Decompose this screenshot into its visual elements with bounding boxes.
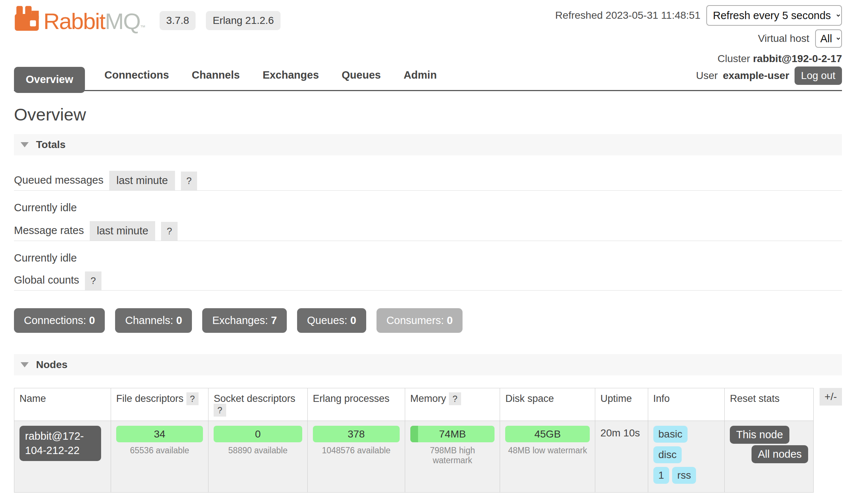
queued-messages-label: Queued messages (14, 174, 103, 190)
info-cell: basicdisc 1rss (648, 421, 725, 493)
global-counts-help-icon[interactable]: ? (85, 271, 101, 290)
col-uptime: Uptime (595, 388, 648, 421)
channels-count-button[interactable]: Channels: 0 (115, 308, 192, 333)
brand-mq: MQ (105, 8, 140, 34)
column-toggle-button[interactable]: +/- (820, 388, 842, 406)
global-counts-stats: Connections: 0 Channels: 0 Exchanges: 7 … (14, 308, 842, 333)
exchanges-count-button[interactable]: Exchanges: 7 (202, 308, 287, 333)
reset-stats-cell: This node All nodes (725, 421, 813, 493)
version-badge: 3.7.8 (160, 11, 196, 30)
collapse-triangle-icon (21, 362, 29, 367)
nodes-table-header-row: Name File descriptors ? Socket descripto… (14, 388, 814, 421)
tab-connections[interactable]: Connections (93, 69, 181, 90)
tab-exchanges[interactable]: Exchanges (251, 69, 330, 90)
erlang-processes-bar: 378 (313, 426, 400, 442)
collapse-triangle-icon (21, 142, 29, 147)
rabbitmq-management-page: RabbitMQ™ 3.7.8 Erlang 21.2.6 Refreshed … (0, 0, 853, 504)
erlang-version-badge: Erlang 21.2.6 (206, 11, 281, 30)
consumers-count-label: Consumers: (386, 314, 444, 326)
node-name-cell: rabbit@172-104-212-22 (14, 421, 111, 493)
exchanges-count-label: Exchanges: (212, 314, 268, 326)
nodes-table-wrap: Name File descriptors ? Socket descripto… (14, 388, 842, 493)
channels-count-label: Channels: (125, 314, 173, 326)
logout-button[interactable]: Log out (795, 66, 842, 85)
totals-section-header[interactable]: Totals (14, 134, 842, 155)
tab-admin[interactable]: Admin (392, 69, 448, 90)
node-row: rabbit@172-104-212-22 34 65536 available… (14, 421, 814, 493)
totals-section-title: Totals (36, 139, 65, 151)
global-counts-label: Global counts (14, 274, 79, 290)
cluster-label: Cluster (717, 53, 750, 64)
brand-rabbit: Rabbit (43, 8, 105, 34)
uptime-cell: 20m 10s (595, 421, 648, 493)
file-descriptors-cell: 34 65536 available (111, 421, 208, 493)
disk-space-cell: 45GB 48MB low watermark (500, 421, 595, 493)
tab-overview[interactable]: Overview (14, 67, 85, 93)
cluster-name: rabbit@192-0-2-17 (753, 53, 842, 64)
file-descriptors-detail: 65536 available (116, 446, 203, 456)
page-title: Overview (14, 104, 842, 125)
reset-this-node-button[interactable]: This node (730, 426, 789, 444)
consumers-count-value: 0 (447, 314, 453, 326)
disk-space-detail: 48MB low watermark (505, 446, 590, 456)
virtual-host-row: Virtual host All (555, 29, 842, 48)
info-badge-basic: basic (653, 426, 688, 443)
col-name: Name (14, 388, 111, 421)
refresh-row: Refreshed 2023-05-31 11:48:51 Refresh ev… (555, 5, 842, 26)
file-descriptors-help-icon[interactable]: ? (186, 392, 199, 405)
connections-count-value: 0 (89, 314, 95, 326)
col-disk-space: Disk space (500, 388, 595, 421)
col-reset-stats: Reset stats (725, 388, 813, 421)
nodes-section-header[interactable]: Nodes (14, 354, 842, 375)
col-erlang-processes: Erlang processes (307, 388, 405, 421)
message-rates-heading: Message rates last minute ? (14, 221, 842, 241)
queued-messages-heading: Queued messages last minute ? (14, 171, 842, 191)
nav-tabs: Overview Connections Channels Exchanges … (14, 67, 842, 91)
socket-descriptors-detail: 58890 available (214, 446, 302, 456)
info-badge-disc: disc (653, 446, 682, 463)
memory-detail: 798MB high watermark (410, 446, 495, 465)
refreshed-timestamp: Refreshed 2023-05-31 11:48:51 (555, 10, 700, 21)
queued-messages-status: Currently idle (14, 202, 842, 214)
connections-count-label: Connections: (24, 314, 86, 326)
memory-cell: 74MB 798MB high watermark (405, 421, 500, 493)
user-label: User (696, 70, 718, 82)
rabbit-icon (14, 5, 41, 32)
queues-count-button[interactable]: Queues: 0 (297, 308, 366, 333)
virtual-host-select[interactable]: All (815, 29, 842, 48)
queued-messages-help-icon[interactable]: ? (181, 172, 197, 190)
node-name-button[interactable]: rabbit@172-104-212-22 (19, 426, 101, 461)
exchanges-count-value: 7 (271, 314, 277, 326)
col-file-descriptors: File descriptors ? (111, 388, 208, 421)
queued-messages-period-tab[interactable]: last minute (109, 171, 175, 190)
col-info: Info (648, 388, 725, 421)
refresh-interval-select[interactable]: Refresh every 5 seconds (706, 5, 842, 26)
nodes-section-title: Nodes (36, 359, 68, 371)
memory-used-fill (410, 426, 418, 442)
tab-queues[interactable]: Queues (330, 69, 392, 90)
erlang-processes-detail: 1048576 available (313, 446, 400, 456)
col-memory: Memory ? (405, 388, 500, 421)
consumers-count-button[interactable]: Consumers: 0 (376, 308, 463, 333)
global-counts-heading: Global counts ? (14, 271, 842, 291)
nodes-table: Name File descriptors ? Socket descripto… (14, 388, 814, 493)
message-rates-period-tab[interactable]: last minute (90, 221, 155, 241)
erlang-processes-cell: 378 1048576 available (307, 421, 405, 493)
info-badge-1: 1 (653, 467, 670, 484)
rabbitmq-logo[interactable]: RabbitMQ™ (14, 5, 146, 32)
socket-descriptors-cell: 0 58890 available (208, 421, 308, 493)
message-rates-help-icon[interactable]: ? (161, 222, 177, 241)
info-badge-rss: rss (672, 467, 696, 484)
socket-descriptors-help-icon[interactable]: ? (214, 404, 226, 417)
brand-text: RabbitMQ™ (43, 11, 146, 32)
channels-count-value: 0 (176, 314, 182, 326)
file-descriptors-bar: 34 (116, 426, 203, 442)
message-rates-label: Message rates (14, 224, 84, 241)
reset-all-nodes-button[interactable]: All nodes (752, 445, 808, 463)
col-socket-descriptors: Socket descriptors ? (208, 388, 308, 421)
connections-count-button[interactable]: Connections: 0 (14, 308, 105, 333)
user-name: example-user (723, 70, 789, 82)
tab-channels[interactable]: Channels (181, 69, 251, 90)
memory-help-icon[interactable]: ? (449, 392, 461, 405)
header-left: RabbitMQ™ 3.7.8 Erlang 21.2.6 (14, 5, 281, 32)
